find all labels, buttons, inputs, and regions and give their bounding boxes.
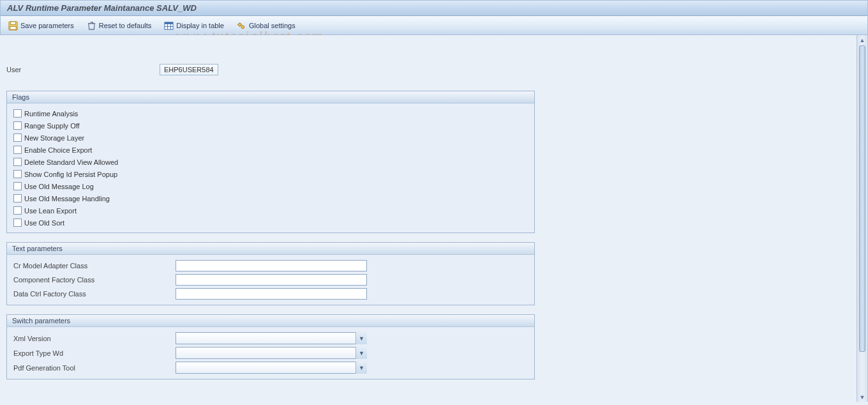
svg-point-8 [238,23,241,26]
display-table-button-label: Display in table [176,22,224,29]
trash-icon [87,21,96,31]
save-icon [8,21,18,31]
title-bar: ALV Runtime Parameter Maintanance SALV_W… [0,0,868,16]
global-settings-button-label: Global settings [249,22,296,29]
svg-rect-4 [165,22,173,24]
global-settings-button[interactable]: Global settings [234,20,298,32]
settings-icon [237,21,246,31]
page-title: ALV Runtime Parameter Maintanance SALV_W… [7,3,197,13]
display-table-button[interactable]: Display in table [161,20,227,32]
reset-button-label: Reset to defaults [99,22,152,29]
save-button-label: Save parameters [20,22,74,29]
reset-button[interactable]: Reset to defaults [84,20,154,32]
table-icon [164,21,174,31]
svg-point-9 [241,26,244,29]
svg-rect-2 [10,26,16,29]
save-button[interactable]: Save parameters [6,20,77,32]
toolbar: Save parameters Reset to defaults Displa… [0,16,868,35]
svg-rect-1 [11,21,16,24]
